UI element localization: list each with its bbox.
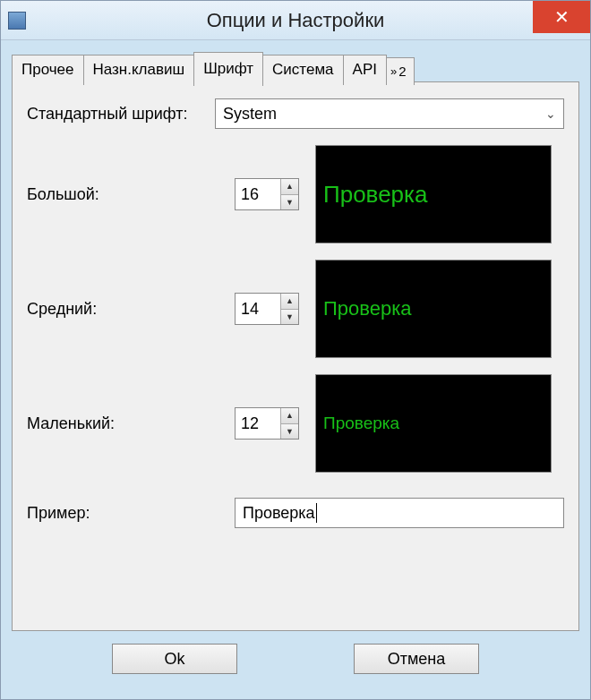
- medium-font-spinner[interactable]: 14 ▲ ▼: [235, 293, 299, 325]
- small-font-spinner[interactable]: 12 ▲ ▼: [235, 407, 299, 440]
- small-spinner-down[interactable]: ▼: [281, 424, 298, 440]
- standard-font-combo[interactable]: System ⌄: [215, 98, 564, 129]
- standard-font-label: Стандартный шрифт:: [27, 105, 215, 124]
- small-font-preview: Проверка: [315, 374, 552, 473]
- text-caret: [316, 503, 317, 523]
- tab-keys[interactable]: Назн.клавиш: [83, 55, 195, 85]
- tab-font[interactable]: Шрифт: [193, 52, 263, 86]
- tab-other[interactable]: Прочее: [12, 55, 84, 85]
- big-font-preview: Проверка: [315, 145, 552, 243]
- medium-font-value: 14: [236, 294, 280, 324]
- big-font-row: Большой: 16 ▲ ▼ Проверка: [27, 145, 564, 243]
- standard-font-row: Стандартный шрифт: System ⌄: [27, 98, 564, 129]
- big-spinner-up[interactable]: ▲: [281, 179, 298, 195]
- chevron-down-icon: ⌄: [545, 107, 556, 121]
- big-spinner-buttons: ▲ ▼: [280, 179, 298, 209]
- small-font-row: Маленький: 12 ▲ ▼ Проверка: [27, 374, 564, 473]
- big-font-value: 16: [236, 179, 280, 209]
- tab-panel: Прочее Назн.клавиш Шрифт Система API » 2…: [12, 81, 579, 631]
- tab-system[interactable]: Система: [262, 55, 343, 85]
- close-button[interactable]: ✕: [533, 1, 590, 33]
- dialog-buttons: Ok Отмена: [12, 631, 579, 688]
- sample-row: Пример: Проверка: [27, 498, 564, 528]
- big-spinner-down[interactable]: ▼: [281, 195, 298, 210]
- tab-api[interactable]: API: [343, 55, 387, 85]
- ok-button[interactable]: Ok: [112, 644, 237, 674]
- small-spinner-buttons: ▲ ▼: [280, 408, 298, 439]
- small-font-label: Маленький:: [27, 414, 235, 433]
- titlebar: Опции и Настройки ✕: [1, 1, 590, 40]
- tab-strip: Прочее Назн.клавиш Шрифт Система API » 2: [12, 52, 414, 85]
- close-icon: ✕: [554, 6, 570, 28]
- content-area: Прочее Назн.клавиш Шрифт Система API » 2…: [1, 40, 590, 699]
- standard-font-value: System: [223, 105, 545, 124]
- window-title: Опции и Настройки: [1, 9, 590, 32]
- options-window: Опции и Настройки ✕ Прочее Назн.клавиш Ш…: [0, 0, 591, 700]
- small-spinner-up[interactable]: ▲: [281, 408, 298, 424]
- big-font-label: Большой:: [27, 185, 235, 204]
- sample-input-value: Проверка: [243, 504, 315, 523]
- medium-font-row: Средний: 14 ▲ ▼ Проверка: [27, 260, 564, 358]
- medium-font-preview: Проверка: [315, 260, 552, 358]
- medium-spinner-up[interactable]: ▲: [281, 294, 298, 310]
- small-font-value: 12: [236, 408, 280, 439]
- medium-font-label: Средний:: [27, 300, 235, 319]
- sample-label: Пример:: [27, 504, 235, 523]
- tab-overflow-button[interactable]: » 2: [386, 57, 415, 85]
- app-icon: [8, 12, 26, 30]
- sample-input[interactable]: Проверка: [235, 498, 564, 528]
- chevron-right-icon: »: [390, 64, 397, 78]
- medium-spinner-buttons: ▲ ▼: [280, 294, 298, 324]
- tab-overflow-count: 2: [398, 64, 406, 79]
- font-panel-body: Стандартный шрифт: System ⌄ Большой: 16 …: [13, 82, 578, 539]
- cancel-button[interactable]: Отмена: [354, 644, 479, 674]
- big-font-spinner[interactable]: 16 ▲ ▼: [235, 178, 299, 210]
- medium-spinner-down[interactable]: ▼: [281, 310, 298, 325]
